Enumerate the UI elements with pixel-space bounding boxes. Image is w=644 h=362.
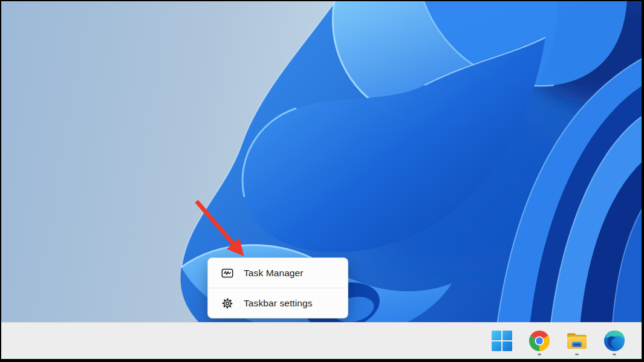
menu-item-taskbar-settings[interactable]: Taskbar settings — [208, 288, 348, 318]
desktop-screen: Task Manager Taskbar settings — [0, 0, 644, 362]
menu-item-label: Task Manager — [244, 268, 304, 279]
menu-item-label: Taskbar settings — [244, 298, 313, 309]
file-explorer-taskbar-button[interactable] — [565, 325, 588, 357]
task-manager-icon — [221, 267, 233, 279]
running-indicator — [613, 354, 616, 355]
menu-item-task-manager[interactable]: Task Manager — [208, 258, 348, 288]
gear-icon — [221, 297, 233, 309]
screenshot-frame-top — [0, 0, 644, 1]
start-button[interactable] — [490, 325, 513, 357]
edge-icon — [603, 330, 625, 352]
taskbar[interactable] — [0, 322, 644, 359]
screenshot-frame-right — [642, 0, 644, 362]
running-indicator — [575, 354, 579, 355]
chrome-taskbar-button[interactable] — [528, 325, 551, 357]
screenshot-frame-bottom — [0, 359, 644, 362]
edge-taskbar-button[interactable] — [603, 325, 626, 357]
running-indicator — [538, 354, 541, 355]
taskbar-context-menu: Task Manager Taskbar settings — [207, 257, 348, 318]
windows-start-icon — [492, 331, 512, 351]
chrome-icon — [529, 330, 550, 352]
screenshot-frame-left — [0, 0, 1, 362]
folder-icon — [565, 331, 588, 351]
